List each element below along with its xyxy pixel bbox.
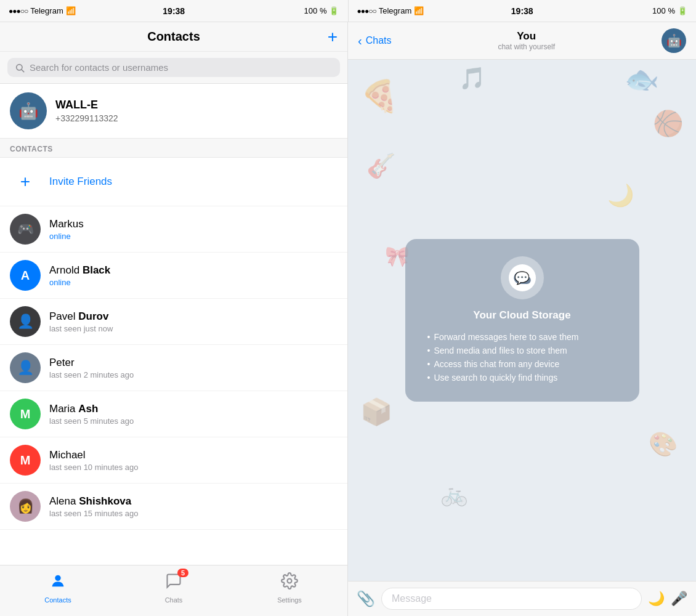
invite-friends-label: Invite Friends [49, 176, 112, 188]
right-battery-text: 100 % [652, 6, 675, 15]
maria-status: last seen 5 minutes ago [49, 416, 338, 426]
bg-deco-9: 🚲 [440, 481, 468, 507]
left-carrier: Telegram [30, 6, 63, 15]
right-carrier: Telegram [379, 6, 411, 15]
chats-tab-icon: 5 [165, 572, 182, 594]
svg-point-2 [55, 575, 60, 580]
back-label: Chats [366, 35, 392, 46]
right-status-bar: ●●●○○ Telegram 📶 19:38 100 % 🔋 [349, 0, 697, 22]
maria-avatar: M [10, 399, 41, 429]
tab-chats[interactable]: 5 Chats [116, 565, 232, 616]
message-placeholder: Message [392, 593, 432, 604]
svg-point-3 [288, 578, 292, 583]
markus-info: Markus online [49, 218, 338, 241]
chat-header-center: You chat with yourself [391, 30, 662, 51]
message-input[interactable]: Message [381, 588, 642, 610]
right-signal-dots: ●●●○○ [357, 7, 376, 15]
cloud-card-title: Your Cloud Storage [473, 309, 570, 322]
chat-subtitle: chat with yourself [391, 43, 662, 51]
arnold-info: Arnold Black online [49, 264, 338, 287]
markus-avatar: 🎮 [10, 214, 41, 245]
bg-deco-5: 🎸 [366, 152, 395, 179]
bg-deco-2: 🎵 [459, 66, 486, 91]
tab-contacts[interactable]: Contacts [0, 565, 116, 616]
cloud-feature-1: Forward messages here to save them [427, 330, 617, 344]
my-profile-row[interactable]: 🤖 WALL-E +332299113322 [0, 84, 347, 139]
cloud-icon: 💬 [509, 264, 536, 291]
contact-item-maria[interactable]: M Maria Ash last seen 5 minutes ago [0, 391, 347, 437]
chats-badge: 5 [177, 569, 188, 577]
emoji-icon[interactable]: 🌙 [648, 591, 665, 607]
right-panel: ‹ Chats You chat with yourself 🤖 🍕 🎵 🐟 🏀… [348, 22, 696, 616]
michael-avatar: M [10, 445, 41, 476]
contacts-tab-icon [49, 572, 67, 594]
alena-avatar: 👩 [10, 491, 41, 522]
contact-item-peter[interactable]: 👤 Peter last seen 2 minutes ago [0, 345, 347, 391]
right-wifi-icon: 📶 [414, 6, 424, 15]
peter-avatar: 👤 [10, 352, 41, 383]
settings-tab-icon [281, 572, 298, 594]
contact-item-alena[interactable]: 👩 Alena Shishkova last seen 15 minutes a… [0, 484, 347, 530]
add-contact-button[interactable]: + [328, 27, 338, 47]
tab-bar: Contacts 5 Chats Settings [0, 565, 347, 616]
contacts-list: + Invite Friends 🎮 Markus online A Arnol… [0, 158, 347, 565]
chat-title: You [391, 30, 662, 43]
contact-item-pavel[interactable]: 👤 Pavel Durov last seen just now [0, 299, 347, 345]
my-profile-avatar: 🤖 [10, 92, 47, 129]
bg-deco-3: 🐟 [625, 63, 659, 95]
contact-item-markus[interactable]: 🎮 Markus online [0, 206, 347, 253]
contact-item-arnold[interactable]: A Arnold Black online [0, 253, 347, 299]
attachment-icon[interactable]: 📎 [357, 590, 375, 607]
chats-tab-label: Chats [165, 596, 183, 604]
search-bar: Search for contacts or usernames [0, 52, 347, 84]
left-status-bar: ●●●○○ Telegram 📶 19:38 100 % 🔋 [0, 0, 349, 22]
bg-deco-7: 📦 [360, 397, 392, 427]
bg-deco-1: 🍕 [360, 78, 399, 114]
contacts-tab-label: Contacts [44, 596, 71, 604]
left-signal-dots: ●●●○○ [9, 7, 28, 15]
contacts-header: Contacts + [0, 22, 347, 52]
my-profile-name: WALL-E [55, 99, 118, 111]
left-time: 19:38 [163, 6, 185, 16]
invite-friends-row[interactable]: + Invite Friends [0, 158, 347, 206]
chat-background: 🍕 🎵 🐟 🏀 🎸 🌙 📦 🎨 🚲 🎀 💬 [348, 60, 696, 581]
alena-info: Alena Shishkova last seen 15 minutes ago [49, 495, 338, 518]
settings-tab-label: Settings [277, 596, 302, 604]
pavel-name: Pavel Durov [49, 310, 338, 323]
contacts-section-header: CONTACTS [0, 139, 347, 158]
invite-plus-icon: + [10, 166, 41, 197]
contact-item-michael[interactable]: M Michael last seen 10 minutes ago [0, 437, 347, 484]
peter-name: Peter [49, 357, 338, 369]
bg-deco-8: 🎨 [649, 431, 678, 458]
right-time: 19:38 [511, 6, 533, 16]
cloud-feature-4: Use search to quickly find things [427, 371, 617, 384]
back-button[interactable]: ‹ Chats [358, 34, 391, 48]
microphone-icon[interactable]: 🎤 [671, 591, 687, 607]
markus-status: online [49, 232, 338, 241]
arnold-name: Arnold Black [49, 264, 338, 277]
contacts-title: Contacts [147, 30, 200, 44]
pavel-info: Pavel Durov last seen just now [49, 310, 338, 333]
peter-info: Peter last seen 2 minutes ago [49, 357, 338, 379]
my-profile-phone: +332299113322 [55, 113, 118, 123]
chat-header: ‹ Chats You chat with yourself 🤖 [348, 22, 696, 60]
tab-settings[interactable]: Settings [232, 565, 347, 616]
right-battery-icon: 🔋 [678, 6, 687, 15]
cloud-storage-card: 💬 Your Cloud Storage Forward messages he… [405, 239, 639, 402]
message-input-bar: 📎 Message 🌙 🎤 [348, 581, 696, 616]
peter-status: last seen 2 minutes ago [49, 370, 338, 379]
walle-avatar-emoji: 🤖 [18, 102, 38, 121]
search-input-wrap[interactable]: Search for contacts or usernames [7, 58, 340, 77]
pavel-status: last seen just now [49, 324, 338, 333]
search-icon [15, 63, 25, 73]
chat-avatar[interactable]: 🤖 [662, 28, 686, 53]
left-panel: Contacts + Search for contacts or userna… [0, 22, 348, 616]
bg-deco-6: 🌙 [607, 183, 634, 208]
alena-name: Alena Shishkova [49, 495, 338, 508]
cloud-icon-wrap: 💬 [501, 256, 544, 299]
pavel-avatar: 👤 [10, 306, 41, 337]
arnold-avatar: A [10, 260, 41, 291]
svg-line-1 [22, 70, 24, 72]
cloud-feature-3: Access this chat from any device [427, 357, 617, 371]
left-battery-text: 100 % [304, 6, 327, 15]
